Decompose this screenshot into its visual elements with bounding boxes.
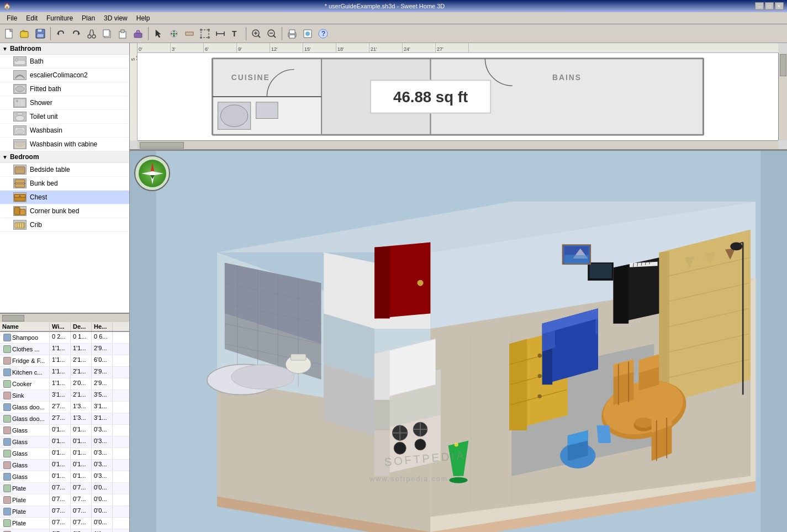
chest-icon	[13, 192, 27, 202]
tree-hscrollbar[interactable]	[0, 313, 129, 322]
save-button[interactable]	[33, 27, 47, 41]
table-row[interactable]: Plate0'7...0'7...0'0...	[0, 483, 129, 494]
tree-item-shower[interactable]: Shower	[0, 96, 129, 110]
table-row[interactable]: Oil servers0'5...0'2...1'1...	[0, 529, 129, 532]
floor-plan-area[interactable]: 0' 3' 6' 9' 12' 15' 18' 21' 24' 27' 5 10…	[130, 43, 787, 151]
ruler-mark-9: 9'	[237, 43, 270, 52]
tree-hscroll-thumb[interactable]	[2, 315, 24, 322]
new-button[interactable]	[2, 27, 17, 41]
ruler-mark-21: 21'	[369, 43, 403, 52]
table-row[interactable]: Plate0'7...0'7...0'0...	[0, 518, 129, 529]
tree-item-shower-label: Shower	[30, 99, 52, 107]
table-row[interactable]: Glass0'1...0'1...0'3...	[0, 436, 129, 448]
zoom-out-button[interactable]	[265, 27, 279, 41]
cell-value: 2'7...	[50, 413, 71, 424]
col-header-width[interactable]: Wi...	[50, 322, 71, 331]
tree-item-crib[interactable]: Crib	[0, 218, 129, 232]
copy-button[interactable]	[100, 27, 114, 41]
menu-edit[interactable]: Edit	[22, 13, 42, 23]
tree-item-washbasin-cab[interactable]: Washbasin with cabine	[0, 138, 129, 151]
col-header-depth[interactable]: De...	[71, 322, 92, 331]
svg-point-212	[730, 243, 742, 251]
table-row[interactable]: Sink3'1...2'1...3'5...	[0, 390, 129, 402]
cell-value: 0'5...	[50, 529, 71, 532]
category-bedroom[interactable]: ▼ Bedroom	[0, 151, 129, 163]
table-row[interactable]: Plate0'7...0'7...0'0...	[0, 494, 129, 506]
tree-item-fitted-bath[interactable]: Fitted bath	[0, 82, 129, 96]
furniture-tree[interactable]: ▼ Bathroom Bath escalierColimacon2	[0, 43, 129, 313]
select-tool[interactable]	[151, 27, 166, 41]
floor-plan-hscroll[interactable]	[138, 140, 778, 149]
menu-help[interactable]: Help	[132, 13, 155, 23]
cut-button[interactable]	[84, 27, 99, 41]
col-header-name[interactable]: Name	[0, 322, 50, 331]
table-row[interactable]: Kitchen c...1'1...2'1...2'9...	[0, 367, 129, 378]
export-button[interactable]	[300, 27, 315, 41]
create-walls-tool[interactable]	[182, 27, 197, 41]
tree-item-chest[interactable]: Chest	[0, 191, 129, 204]
cell-value: 0'3...	[92, 471, 113, 482]
svg-marker-19	[156, 30, 161, 38]
print-button[interactable]	[285, 27, 299, 41]
cell-name: Kitchen c...	[0, 367, 50, 378]
tree-item-toilet[interactable]: Toilet unit	[0, 110, 129, 124]
create-rooms-tool[interactable]	[198, 27, 212, 41]
menu-plan[interactable]: Plan	[77, 13, 99, 23]
pan-tool[interactable]	[167, 27, 181, 41]
menu-furniture[interactable]: Furniture	[42, 13, 77, 23]
shower-icon	[13, 98, 27, 108]
tree-item-bunkbed[interactable]: Bunk bed	[0, 177, 129, 191]
tree-item-bath[interactable]: Bath	[0, 55, 129, 69]
compass[interactable]	[134, 155, 170, 191]
table-row[interactable]: Cooker1'1...2'0...2'9...	[0, 378, 129, 390]
svg-point-32	[200, 36, 202, 39]
table-row[interactable]: Plate0'7...0'7...0'0...	[0, 506, 129, 518]
menu-file[interactable]: File	[2, 13, 22, 23]
table-row[interactable]: Glass0'1...0'1...0'3...	[0, 460, 129, 471]
create-text-tool[interactable]: T	[229, 27, 243, 41]
table-row[interactable]: Glass0'1...0'1...0'3...	[0, 448, 129, 460]
floor-plan-canvas[interactable]: CUISINE BAINS 46.88 sq ft	[138, 53, 778, 140]
floor-plan-vscroll-thumb[interactable]	[780, 54, 786, 76]
undo-button[interactable]	[54, 27, 68, 41]
table-row[interactable]: Glass0'1...0'1...0'3...	[0, 425, 129, 436]
tree-item-escalier[interactable]: escalierColimacon2	[0, 69, 129, 82]
svg-rect-157	[589, 264, 611, 278]
table-row[interactable]: Glass doo...2'7...1'3...3'1...	[0, 402, 129, 413]
tree-item-bedside[interactable]: Bedside table	[0, 163, 129, 177]
scene-3d-svg: SOFTPEDIA www.softpedia.com	[130, 151, 787, 532]
table-row[interactable]: Shampoo0 2...0 1...0 6...	[0, 332, 129, 344]
create-dimension-tool[interactable]	[213, 27, 228, 41]
help-button[interactable]: ?	[316, 27, 330, 41]
table-row[interactable]: Fridge & F...1'1...2'1...6'0...	[0, 355, 129, 367]
tree-item-corner-bunk[interactable]: Corner bunk bed	[0, 204, 129, 218]
close-button[interactable]: ✕	[775, 2, 784, 10]
svg-point-201	[415, 439, 426, 450]
paste-button[interactable]	[115, 27, 130, 41]
tree-item-washbasin[interactable]: Washbasin	[0, 124, 129, 138]
zoom-in-button[interactable]	[249, 27, 263, 41]
table-row[interactable]: Glass0'1...0'1...0'3...	[0, 471, 129, 483]
add-furniture-button[interactable]	[131, 27, 145, 41]
category-bathroom[interactable]: ▼ Bathroom	[0, 43, 129, 55]
compass-svg	[139, 160, 166, 187]
floor-plan-hscroll-thumb[interactable]	[140, 142, 184, 149]
table-row[interactable]: Clothes ...1'1...1'1...2'9...	[0, 344, 129, 355]
open-button[interactable]	[18, 27, 32, 41]
svg-rect-161	[564, 255, 588, 264]
cell-value: 0'0...	[92, 506, 113, 517]
redo-button[interactable]	[69, 27, 83, 41]
view-3d-area[interactable]: SOFTPEDIA www.softpedia.com	[130, 151, 787, 532]
col-header-height[interactable]: He...	[92, 322, 113, 331]
maximize-button[interactable]: □	[765, 2, 774, 10]
furniture-table[interactable]: Name Wi... De... He... Shampoo0 2...0 1.…	[0, 322, 129, 532]
floor-plan-vscroll[interactable]	[778, 53, 787, 140]
category-bathroom-label: Bathroom	[10, 45, 41, 52]
minimize-button[interactable]: —	[755, 2, 764, 10]
ruler-mark-15: 15'	[303, 43, 336, 52]
row-icon	[3, 357, 11, 365]
svg-text:www.softpedia.com: www.softpedia.com	[369, 475, 448, 483]
cell-value: 0'1...	[71, 436, 92, 447]
table-row[interactable]: Glass doo...2'7...1'3...3'1...	[0, 413, 129, 425]
menu-3dview[interactable]: 3D view	[99, 13, 132, 23]
